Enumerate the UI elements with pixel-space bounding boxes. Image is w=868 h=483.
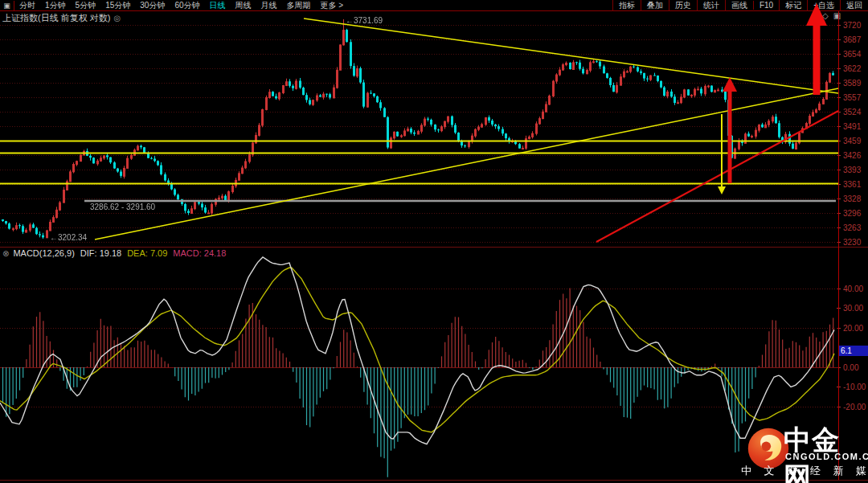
cngold-watermark-logo: 中金网 CNGOLD.COM.CN 中 文 财 经 新 媒 体: [738, 421, 865, 481]
main-y-axis-label: 3328: [837, 194, 868, 203]
macd-y-axis-label: -10.00: [837, 383, 868, 392]
price-axis-line: [838, 11, 839, 480]
logo-domain-text: CNGOLD.COM.CN: [785, 452, 868, 461]
main-y-axis-label: 3426: [837, 150, 868, 160]
main-y-axis-label: 3589: [837, 78, 868, 88]
main-y-axis-label: 3687: [837, 35, 868, 44]
low-price-annotation: ←3202.34: [50, 233, 87, 242]
price-macd-chart-canvas[interactable]: [0, 0, 838, 483]
main-y-axis-label: 3393: [837, 165, 868, 174]
main-y-axis-label: 3622: [837, 63, 868, 73]
macd-y-axis-label: 20.00: [837, 323, 868, 333]
main-y-axis-label: 3720: [837, 20, 868, 30]
main-y-axis-label: 3524: [837, 107, 868, 117]
main-y-axis-label: 3557: [837, 92, 868, 102]
main-y-axis-label: 3459: [837, 136, 868, 145]
macd-y-axis-label: -20.00: [837, 402, 868, 411]
toolbar-tool-item-8[interactable]: 返回: [840, 0, 868, 11]
macd-y-axis-label: 40.00: [837, 284, 868, 293]
logo-tagline-text: 中 文 财 经 新 媒 体: [741, 464, 868, 478]
main-y-axis-label: 3491: [837, 121, 868, 131]
main-y-axis-label: 3263: [837, 223, 868, 232]
gap-range-annotation: 3286.62 - 3291.60: [90, 203, 155, 211]
main-y-axis-label: 3361: [837, 179, 868, 189]
trading-app-window: ▣ 分时1分钟5分钟15分钟30分钟60分钟日线周线月线多周期更多 > 指标叠加…: [0, 0, 868, 483]
main-y-axis-label: 3654: [837, 49, 868, 59]
main-y-axis-label: 3230: [837, 237, 868, 247]
macd-y-axis-label: 30.00: [837, 304, 868, 313]
high-price-annotation: ←3731.69: [346, 16, 383, 25]
macd-y-axis-label: 0.00: [837, 362, 868, 372]
main-y-axis-label: 3296: [837, 208, 868, 218]
current-value-badge: 6.1: [839, 346, 868, 356]
